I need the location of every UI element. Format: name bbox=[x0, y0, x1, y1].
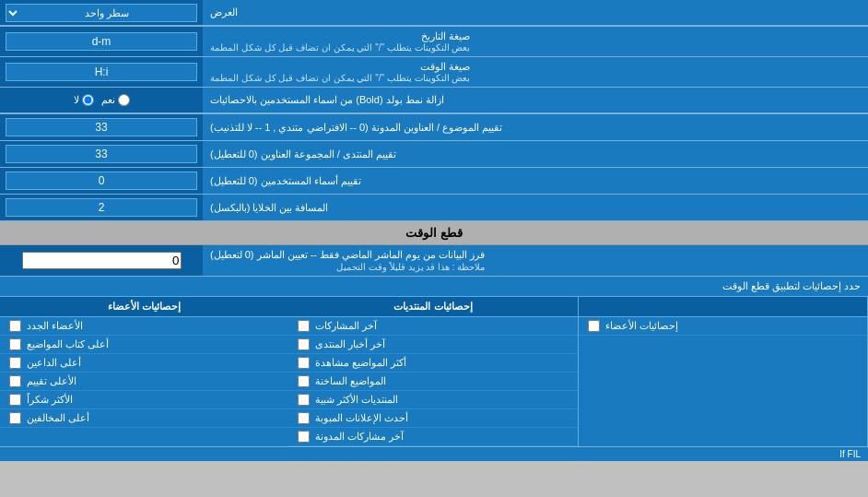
cut-time-input-wrapper bbox=[0, 245, 203, 276]
stat_recent_ads-checkbox[interactable] bbox=[298, 412, 310, 424]
stats-item: المنتديات الأكثر شبية bbox=[288, 391, 577, 409]
stats-item: أحدث الإعلانات المبوبة bbox=[288, 409, 577, 428]
stats-item: الأكثر شكراً bbox=[0, 391, 288, 409]
stats-rows: إحصائيات الأعضاء آخر المشاركاتآخر أخبار … bbox=[0, 317, 868, 447]
stat_most_thanked-label[interactable]: الأكثر شكراً bbox=[27, 394, 73, 406]
stat_forum_news-checkbox[interactable] bbox=[298, 338, 310, 350]
forum-group-label: تقييم المنتدى / المجموعة العناوين (0 للت… bbox=[203, 141, 868, 167]
stat_top_watched-checkbox[interactable] bbox=[9, 412, 21, 424]
time-format-input-wrapper bbox=[0, 57, 203, 87]
date-format-input[interactable] bbox=[6, 32, 197, 51]
date-format-row: صيغة التاريخ بعض التكوينات يتطلب "/" الت… bbox=[0, 27, 868, 57]
stat_forum_news-label[interactable]: آخر أخبار المنتدى bbox=[315, 338, 385, 350]
stats-item: المواضيع الساخنة bbox=[288, 373, 577, 391]
time-format-input[interactable] bbox=[6, 63, 197, 81]
stat_recent_polls-label[interactable]: آخر مشاركات المدونة bbox=[315, 431, 404, 443]
stats-col2-header: إحصائيات المنتديات bbox=[288, 297, 578, 316]
stats-item: آخر أخبار المنتدى bbox=[288, 336, 577, 354]
stats-item: إحصائيات الأعضاء bbox=[579, 317, 867, 336]
topic-address-input-wrapper bbox=[0, 114, 203, 140]
stats-col3-header bbox=[579, 297, 868, 316]
stat_top_watched-label[interactable]: أعلى المخالفين bbox=[27, 412, 89, 424]
display-label: العرض bbox=[203, 0, 868, 26]
stat_top_givers-checkbox[interactable] bbox=[9, 357, 21, 369]
user-names-input[interactable] bbox=[6, 172, 197, 190]
display-row: العرض سطر واحدسطرينثلاثة أسطر bbox=[0, 0, 868, 27]
stats-item: آخر مشاركات المدونة bbox=[288, 428, 577, 446]
stat_most_liked-label[interactable]: المنتديات الأكثر شبية bbox=[315, 394, 398, 406]
stat_top_rated-label[interactable]: الأعلى تقييم bbox=[27, 375, 76, 387]
cut-time-input[interactable] bbox=[22, 252, 182, 269]
bold-remove-yes-radio[interactable] bbox=[118, 94, 130, 106]
stat_old_topics-label[interactable]: المواضيع الساخنة bbox=[315, 375, 386, 387]
bold-remove-yes-label[interactable]: نعم bbox=[101, 94, 130, 106]
cut-time-header: قطع الوقت bbox=[0, 221, 868, 245]
display-select-wrapper: سطر واحدسطرينثلاثة أسطر bbox=[0, 0, 203, 26]
bold-remove-label: ازالة نمط بولد (Bold) من اسماء المستخدمي… bbox=[203, 88, 868, 113]
stat_top_givers-label[interactable]: أعلى الداعين bbox=[27, 357, 81, 369]
cell-spacing-input[interactable] bbox=[6, 198, 197, 217]
stats-col1: الأعضاء الجددأعلى كتاب المواضيعأعلى الدا… bbox=[0, 317, 288, 446]
cell-spacing-row: المسافة بين الخلايا (بالبكسل) bbox=[0, 195, 868, 221]
stat_old_topics-checkbox[interactable] bbox=[298, 375, 310, 387]
user-names-input-wrapper bbox=[0, 168, 203, 194]
stats-col3: إحصائيات الأعضاء bbox=[579, 317, 868, 446]
forum-group-row: تقييم المنتدى / المجموعة العناوين (0 للت… bbox=[0, 141, 868, 168]
stats-apply-row: حدد إحصائيات لتطبيق قطع الوقت bbox=[0, 277, 868, 297]
bold-remove-no-radio[interactable] bbox=[82, 94, 94, 106]
date-format-input-wrapper bbox=[0, 27, 203, 56]
stats-item: آخر المشاركات bbox=[288, 317, 577, 336]
bold-remove-row: ازالة نمط بولد (Bold) من اسماء المستخدمي… bbox=[0, 88, 868, 114]
forum-group-input-wrapper bbox=[0, 141, 203, 167]
cut-time-label-cell: فرز البيانات من يوم الماشر الماضي فقط --… bbox=[203, 245, 868, 276]
stats-item: أكثر المواضيع مشاهدة bbox=[288, 354, 577, 373]
stats-item: الأعضاء الجدد bbox=[0, 317, 288, 336]
stat_new_members-label[interactable]: الأعضاء الجدد bbox=[27, 320, 83, 332]
stat_recent_polls-checkbox[interactable] bbox=[298, 431, 310, 443]
stats-header: إحصائيات المنتديات إحصائيات الأعضاء bbox=[0, 297, 868, 317]
cell-spacing-input-wrapper bbox=[0, 195, 203, 220]
cut-time-row: فرز البيانات من يوم الماشر الماضي فقط --… bbox=[0, 245, 868, 277]
stat_members_stats-label[interactable]: إحصائيات الأعضاء bbox=[605, 320, 678, 332]
user-names-row: تقييم أسماء المستخدمين (0 للتعطيل) bbox=[0, 168, 868, 195]
stats-col1-header: إحصائيات الأعضاء bbox=[0, 297, 288, 316]
bold-remove-options: نعم لا bbox=[0, 88, 203, 113]
stat_members_stats-checkbox[interactable] bbox=[588, 320, 600, 332]
stats-item: أعلى كتاب المواضيع bbox=[0, 336, 288, 354]
stat_recent_shares-label[interactable]: آخر المشاركات bbox=[315, 320, 377, 332]
stat_top_rated-checkbox[interactable] bbox=[9, 375, 21, 387]
cell-spacing-label: المسافة بين الخلايا (بالبكسل) bbox=[203, 195, 868, 220]
stat_recent_shares-checkbox[interactable] bbox=[298, 320, 310, 332]
topic-address-label: تقييم الموضوع / العناوين المدونة (0 -- ا… bbox=[203, 114, 868, 140]
display-select[interactable]: سطر واحدسطرينثلاثة أسطر bbox=[6, 4, 197, 22]
topic-address-input[interactable] bbox=[6, 118, 197, 136]
topic-address-row: تقييم الموضوع / العناوين المدونة (0 -- ا… bbox=[0, 114, 868, 141]
bottom-note: If FIL bbox=[0, 447, 868, 461]
time-format-label: صيغة الوقت بعض التكوينات يتطلب "/" التي … bbox=[203, 57, 868, 87]
stat_recent_ads-label[interactable]: أحدث الإعلانات المبوبة bbox=[315, 412, 408, 424]
stats-item: أعلى المخالفين bbox=[0, 409, 288, 428]
forum-group-input[interactable] bbox=[6, 145, 197, 163]
time-format-row: صيغة الوقت بعض التكوينات يتطلب "/" التي … bbox=[0, 57, 868, 88]
stat_most_viewed-checkbox[interactable] bbox=[298, 357, 310, 369]
stat_most_thanked-checkbox[interactable] bbox=[9, 394, 21, 406]
stat_most_viewed-label[interactable]: أكثر المواضيع مشاهدة bbox=[315, 357, 406, 369]
stat_top_posters-label[interactable]: أعلى كتاب المواضيع bbox=[27, 338, 109, 350]
date-format-label: صيغة التاريخ بعض التكوينات يتطلب "/" الت… bbox=[203, 27, 868, 56]
stats-item: الأعلى تقييم bbox=[0, 373, 288, 391]
user-names-label: تقييم أسماء المستخدمين (0 للتعطيل) bbox=[203, 168, 868, 194]
stat_most_liked-checkbox[interactable] bbox=[298, 394, 310, 406]
stat_new_members-checkbox[interactable] bbox=[9, 320, 21, 332]
bold-remove-no-label[interactable]: لا bbox=[74, 94, 94, 106]
stats-col2: آخر المشاركاتآخر أخبار المنتدىأكثر الموا… bbox=[288, 317, 578, 446]
stat_top_posters-checkbox[interactable] bbox=[9, 338, 21, 350]
stats-item: أعلى الداعين bbox=[0, 354, 288, 373]
